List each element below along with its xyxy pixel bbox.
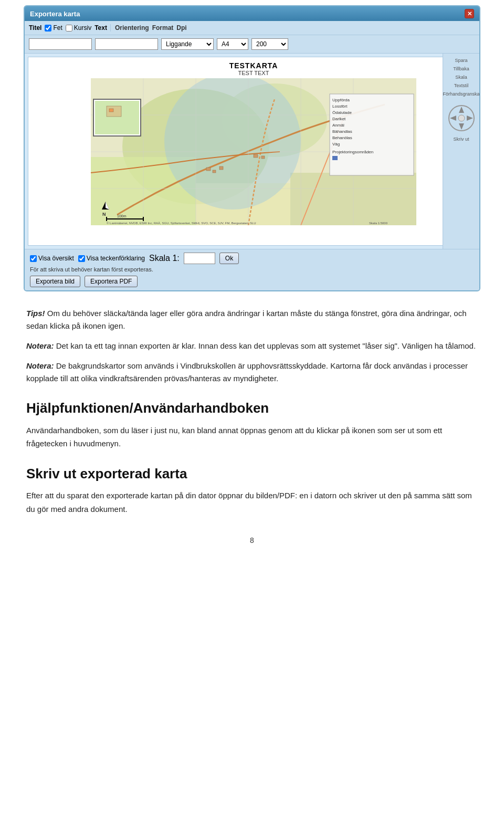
exportera-pdf-button[interactable]: Exportera PDF	[85, 276, 138, 287]
ok-button[interactable]: Ok	[219, 253, 239, 264]
export-buttons: Exportera bild Exportera PDF	[30, 276, 474, 287]
notera2-block: Notera: De bakgrundskartor som används i…	[26, 360, 478, 385]
svg-rect-9	[219, 166, 223, 170]
map-subtitle: TEST TEXT	[28, 70, 479, 76]
bottom-row1: Visa översikt Visa teckenförklaring Skal…	[30, 253, 474, 264]
title-label: Titel	[29, 24, 41, 32]
visa-teckenforklaring-label: Visa teckenförklaring	[87, 255, 145, 262]
skala-label: Skala 1:	[149, 254, 180, 263]
close-button[interactable]: ✕	[465, 9, 474, 18]
visa-oversikt-checkbox-group: Visa översikt	[30, 255, 74, 262]
svg-rect-8	[213, 170, 216, 173]
fet-label: Fet	[53, 24, 62, 32]
page-number: 8	[26, 524, 478, 557]
nav-label-skrivut: Skriv ut	[453, 137, 469, 142]
svg-text:Väg: Väg	[332, 142, 340, 146]
map-svg-wrapper: Uppförda Lossfört Ödalutade Darlket Anmä…	[28, 78, 479, 225]
svg-text:Anmäl: Anmäl	[332, 123, 344, 128]
notera1-block: Notera: Det kan ta ett tag innan exporte…	[26, 340, 478, 352]
format-select[interactable]: A4	[217, 38, 248, 50]
svg-rect-34	[332, 156, 338, 160]
svg-text:Bähandlas: Bähandlas	[332, 129, 352, 134]
nav-label-skala: Skala	[455, 75, 467, 80]
map-container: TESTKARTA TEST TEXT	[28, 57, 479, 246]
map-bottom-controls: Visa översikt Visa teckenförklaring Skal…	[25, 249, 479, 290]
svg-text:Ödalutade: Ödalutade	[332, 110, 352, 115]
svg-rect-22	[107, 106, 121, 117]
nav-compass	[447, 104, 476, 132]
map-svg: Uppförda Lossfört Ödalutade Darlket Anmä…	[28, 78, 479, 225]
section1-body: Användarhandboken, som du läser i just n…	[26, 424, 478, 451]
nav-label-spara: Spara	[455, 58, 467, 63]
dialog-toolbar: Titel Fet Kursiv Text Orientering Format…	[25, 21, 479, 35]
svg-marker-48	[467, 116, 473, 121]
visa-teckenforklaring-checkbox[interactable]	[78, 255, 85, 262]
visa-teckenforklaring-checkbox-group: Visa teckenförklaring	[78, 255, 145, 262]
fet-checkbox[interactable]	[45, 25, 51, 32]
svg-text:Skala 1:5000: Skala 1:5000	[369, 222, 388, 225]
dialog-titlebar: Exportera karta ✕	[25, 6, 479, 21]
svg-marker-45	[459, 107, 464, 113]
svg-text:Behanölas: Behanölas	[332, 135, 352, 140]
notera2-label: Notera:	[26, 361, 54, 370]
svg-marker-47	[450, 116, 456, 121]
nav-label-forhandsgranska: Förhandsgranska	[443, 91, 479, 97]
svg-text:Darlket: Darlket	[332, 117, 346, 121]
svg-point-49	[458, 115, 465, 121]
tips-heading: Tips!	[26, 309, 45, 318]
svg-text:Lossfört: Lossfört	[332, 104, 348, 109]
map-area-wrapper: TESTKARTA TEST TEXT	[25, 54, 479, 249]
kursiv-checkbox-group: Kursiv	[66, 24, 91, 32]
dpi-select[interactable]: 200	[251, 38, 288, 50]
notera1-label: Notera:	[26, 341, 54, 350]
fet-checkbox-group: Fet	[45, 24, 62, 32]
title-input[interactable]: TESTKARTA	[29, 38, 92, 50]
skala-input[interactable]: 5020	[184, 253, 215, 264]
dialog-title: Exportera karta	[30, 10, 80, 18]
svg-marker-46	[459, 123, 464, 130]
notera1-text: Det kan ta ett tag innan exporten är kla…	[56, 341, 476, 350]
orientering-select[interactable]: Liggande	[161, 38, 214, 50]
svg-text:Projektoringsområden: Projektoringsområden	[332, 150, 373, 154]
tips-text: Om du behöver släcka/tända lager eller g…	[26, 309, 467, 330]
svg-text:© Lantmäteriet, NVDB, ESRI Inc: © Lantmäteriet, NVDB, ESRI Inc, RAÄ, SGU…	[107, 222, 256, 225]
visa-oversikt-checkbox[interactable]	[30, 255, 37, 262]
text-input[interactable]: TEST TEXT	[95, 38, 158, 50]
kursiv-checkbox[interactable]	[66, 25, 72, 32]
nav-circle-wrapper	[447, 104, 476, 134]
format-label: Format	[152, 24, 174, 32]
map-title-area: TESTKARTA TEST TEXT	[28, 57, 479, 78]
orientering-label: Orientering	[115, 24, 149, 32]
notera2-text: De bakgrundskartor som används i Vindbru…	[26, 361, 468, 383]
svg-text:100m: 100m	[117, 214, 127, 218]
svg-text:Uppförda: Uppförda	[332, 98, 350, 102]
tips-block: Tips! Om du behöver släcka/tända lager e…	[26, 307, 478, 332]
svg-rect-21	[95, 101, 139, 134]
svg-rect-7	[206, 167, 211, 171]
export-dialog: Exportera karta ✕ Titel Fet Kursiv Text …	[24, 5, 480, 291]
svg-rect-23	[109, 109, 113, 112]
section2-body: Efter att du sparat den exporterade kart…	[26, 489, 478, 516]
dpi-label: Dpi	[176, 24, 186, 32]
dialog-toolbar-inputs: TESTKARTA TEST TEXT Liggande A4 200	[25, 35, 479, 54]
orientering-section: Orientering Format Dpi	[110, 24, 187, 32]
svg-rect-11	[261, 156, 265, 159]
nav-label-tillbaka: Tillbaka	[453, 66, 469, 71]
section2-heading: Skriv ut exporterad karta	[26, 463, 478, 485]
exportera-bild-button[interactable]: Exportera bild	[30, 276, 80, 287]
nav-panel: Spara Tillbaka Skala Textstil Förhandsgr…	[443, 54, 479, 249]
svg-rect-10	[254, 154, 258, 158]
visa-oversikt-label: Visa översikt	[38, 255, 74, 262]
content-area: Tips! Om du behöver släcka/tända lager e…	[0, 297, 504, 568]
info-text: För att skriva ut behöver kartan först e…	[30, 266, 474, 273]
section1-heading: Hjälpfunktionen/Användarhandboken	[26, 397, 478, 420]
map-title: TESTKARTA	[28, 61, 479, 70]
text-label: Text	[94, 24, 107, 32]
kursiv-label: Kursiv	[74, 24, 91, 32]
svg-text:N: N	[102, 212, 106, 217]
nav-label-textstil: Textstil	[454, 83, 469, 88]
svg-point-6	[164, 78, 301, 210]
